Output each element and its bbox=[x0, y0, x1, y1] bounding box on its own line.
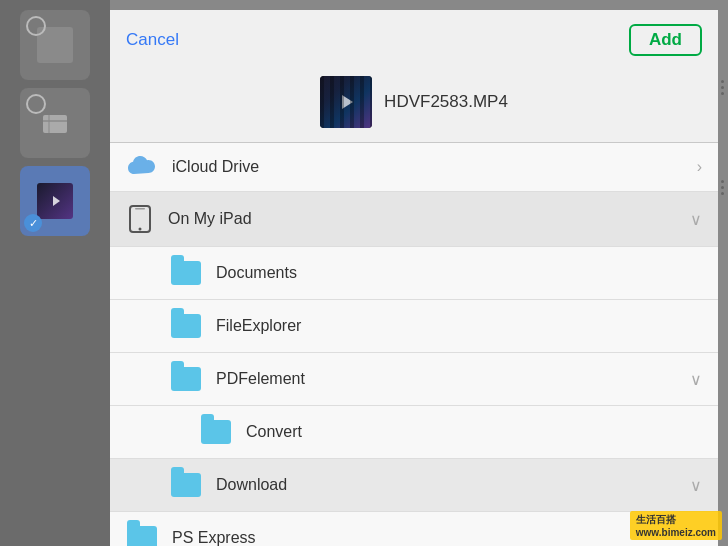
svg-point-6 bbox=[139, 228, 142, 231]
film-strip-overlay bbox=[320, 76, 372, 128]
list-item-download[interactable]: Download ∨ bbox=[110, 459, 718, 512]
folder-shape-psexpress bbox=[127, 526, 157, 546]
right-dots-1 bbox=[721, 80, 724, 95]
ipad-chevron: ∨ bbox=[690, 210, 702, 229]
right-dots-2 bbox=[721, 180, 724, 195]
file-preview: HDVF2583.MP4 bbox=[110, 66, 718, 142]
cancel-button[interactable]: Cancel bbox=[126, 30, 179, 50]
list-item-convert[interactable]: Convert bbox=[110, 406, 718, 459]
ipad-icon bbox=[126, 205, 154, 233]
folder-icon-psexpress bbox=[126, 525, 158, 546]
folder-icon-download bbox=[170, 472, 202, 498]
sidebar-thumb-selected bbox=[37, 183, 73, 219]
svg-marker-3 bbox=[53, 196, 60, 206]
folder-shape-pdfelement bbox=[171, 367, 201, 391]
convert-label: Convert bbox=[246, 423, 702, 441]
svg-rect-0 bbox=[43, 115, 67, 133]
folder-icon-documents bbox=[170, 260, 202, 286]
list-item-psexpress[interactable]: PS Express bbox=[110, 512, 718, 546]
sidebar-item-2[interactable] bbox=[20, 88, 90, 158]
documents-label: Documents bbox=[216, 264, 702, 282]
check-badge: ✓ bbox=[24, 214, 42, 232]
add-button[interactable]: Add bbox=[629, 24, 702, 56]
list-item-pdfelement[interactable]: PDFelement ∨ bbox=[110, 353, 718, 406]
file-thumbnail bbox=[320, 76, 372, 128]
icloud-label: iCloud Drive bbox=[172, 158, 689, 176]
radio-unselected-1 bbox=[26, 16, 46, 36]
folder-shape-fileexplorer bbox=[171, 314, 201, 338]
thumbnail-image bbox=[320, 76, 372, 128]
watermark-line1: 生活百搭 bbox=[636, 513, 716, 527]
list-item-documents[interactable]: Documents bbox=[110, 247, 718, 300]
dialog-header: Cancel Add bbox=[110, 10, 718, 66]
sidebar: ✓ bbox=[0, 0, 110, 546]
dialog-panel: Cancel Add HDVF2583.MP4 iCloud Drive › bbox=[110, 10, 718, 536]
sidebar-thumb-2 bbox=[37, 107, 73, 139]
fileexplorer-label: FileExplorer bbox=[216, 317, 702, 335]
file-list: iCloud Drive › On My iPad ∨ Documents Fi… bbox=[110, 143, 718, 546]
download-label: Download bbox=[216, 476, 682, 494]
folder-icon-convert bbox=[200, 419, 232, 445]
icloud-chevron: › bbox=[697, 158, 702, 176]
psexpress-label: PS Express bbox=[172, 529, 702, 546]
sidebar-item-3[interactable]: ✓ bbox=[20, 166, 90, 236]
watermark: 生活百搭 www.bimeiz.com bbox=[630, 511, 722, 540]
radio-unselected-2 bbox=[26, 94, 46, 114]
folder-shape-download bbox=[171, 473, 201, 497]
folder-shape-documents bbox=[171, 261, 201, 285]
ipad-label: On My iPad bbox=[168, 210, 682, 228]
icloud-icon bbox=[126, 156, 158, 178]
watermark-line2: www.bimeiz.com bbox=[636, 527, 716, 538]
pdfelement-label: PDFelement bbox=[216, 370, 682, 388]
sidebar-item-1[interactable] bbox=[20, 10, 90, 80]
download-chevron: ∨ bbox=[690, 476, 702, 495]
file-name: HDVF2583.MP4 bbox=[384, 92, 508, 112]
folder-icon-pdfelement bbox=[170, 366, 202, 392]
list-item-icloud[interactable]: iCloud Drive › bbox=[110, 143, 718, 192]
list-item-ipad[interactable]: On My iPad ∨ bbox=[110, 192, 718, 247]
folder-icon-fileexplorer bbox=[170, 313, 202, 339]
list-item-fileexplorer[interactable]: FileExplorer bbox=[110, 300, 718, 353]
svg-rect-7 bbox=[135, 208, 145, 210]
pdfelement-chevron: ∨ bbox=[690, 370, 702, 389]
folder-shape-convert bbox=[201, 420, 231, 444]
